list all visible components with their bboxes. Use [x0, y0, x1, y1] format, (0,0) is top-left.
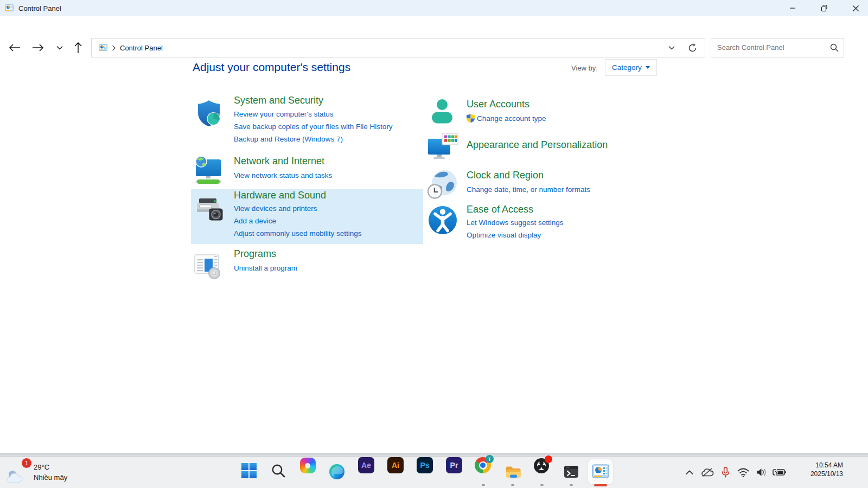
- address-bar[interactable]: Control Panel: [91, 38, 705, 57]
- tray-overflow-button[interactable]: [682, 461, 697, 483]
- battery-button[interactable]: [771, 461, 787, 483]
- after-effects-button[interactable]: Ae: [352, 457, 381, 488]
- premiere-button[interactable]: Pr: [439, 457, 469, 488]
- clock-region-icon[interactable]: [427, 169, 458, 200]
- ease-of-access-icon[interactable]: [427, 205, 458, 235]
- file-explorer-icon: [504, 463, 521, 480]
- running-indicator: [570, 484, 573, 486]
- change-account-type-row[interactable]: Change account type: [467, 114, 546, 123]
- link-change-date-time-formats[interactable]: Change date, time, or number formats: [467, 185, 590, 194]
- breadcrumb-control-panel[interactable]: Control Panel: [120, 44, 163, 52]
- volume-button[interactable]: [754, 461, 769, 483]
- refresh-button[interactable]: [683, 38, 701, 57]
- cloud-icon: [7, 468, 27, 483]
- terminal-icon: [563, 463, 580, 480]
- after-effects-icon: Ae: [358, 457, 374, 473]
- recent-pages-button[interactable]: [52, 40, 67, 55]
- notification-badge: 1: [22, 458, 31, 468]
- view-by-value: Category: [612, 63, 642, 72]
- active-app-indicator: [594, 484, 607, 486]
- maximize-restore-button[interactable]: [812, 0, 837, 16]
- appearance-icon[interactable]: [427, 133, 458, 164]
- forward-arrow-icon: [32, 44, 44, 52]
- chrome-button[interactable]: T: [469, 457, 498, 488]
- illustrator-icon: Ai: [387, 457, 404, 473]
- weather-temperature: 29°C: [34, 462, 67, 472]
- control-panel-taskbar-button[interactable]: [586, 457, 615, 488]
- edge-button[interactable]: [322, 457, 352, 488]
- minimize-button[interactable]: [780, 0, 805, 16]
- search-input[interactable]: [717, 38, 826, 56]
- printer-camera-icon[interactable]: [195, 196, 224, 223]
- search-box[interactable]: [711, 38, 844, 57]
- security-shield-icon[interactable]: [194, 99, 224, 128]
- back-button[interactable]: [7, 40, 22, 55]
- forward-button[interactable]: [30, 40, 46, 55]
- start-button[interactable]: [234, 457, 264, 488]
- obs-button[interactable]: [527, 457, 557, 488]
- link-mobility-settings[interactable]: Adjust commonly used mobility settings: [234, 229, 362, 237]
- link-backup-restore[interactable]: Backup and Restore (Windows 7): [234, 135, 343, 143]
- link-add-a-device[interactable]: Add a device: [234, 217, 276, 225]
- weather-widget[interactable]: 1 29°C Nhiều mây: [7, 458, 67, 487]
- link-uninstall-program[interactable]: Uninstall a program: [234, 264, 297, 272]
- link-file-history[interactable]: Save backup copies of your files with Fi…: [234, 123, 393, 131]
- network-icon[interactable]: [194, 156, 224, 185]
- user-accounts-icon[interactable]: [427, 98, 457, 127]
- windows-start-icon: [241, 463, 257, 478]
- link-clock-and-region[interactable]: Clock and Region: [467, 170, 544, 181]
- breadcrumb-chevron-icon: [112, 45, 116, 51]
- up-button[interactable]: [71, 40, 86, 55]
- chevron-down-icon: [668, 46, 675, 50]
- minimize-icon: [789, 5, 796, 11]
- link-ease-of-access[interactable]: Ease of Access: [467, 204, 533, 215]
- link-user-accounts[interactable]: User Accounts: [467, 99, 529, 110]
- premiere-icon: Pr: [446, 457, 462, 473]
- clock-date-widget[interactable]: 10:54 AM 2025/10/13: [810, 461, 843, 478]
- link-review-computer-status[interactable]: Review your computer's status: [234, 110, 333, 118]
- illustrator-button[interactable]: Ai: [381, 457, 410, 488]
- restore-icon: [820, 4, 828, 12]
- control-panel-window: Control Panel: [0, 0, 868, 453]
- link-programs[interactable]: Programs: [234, 248, 276, 260]
- chevron-up-icon: [686, 470, 693, 475]
- photoshop-button[interactable]: Ps: [410, 457, 439, 488]
- copilot-button[interactable]: [293, 457, 322, 488]
- search-icon: [271, 463, 286, 478]
- microphone-in-use-button[interactable]: [718, 461, 733, 483]
- link-view-network-status[interactable]: View network status and tasks: [234, 171, 332, 179]
- programs-icon[interactable]: [193, 251, 222, 280]
- view-by-dropdown[interactable]: Category: [605, 59, 657, 76]
- tray-date: 2025/10/13: [810, 470, 843, 478]
- link-optimize-visual-display[interactable]: Optimize visual display: [467, 231, 541, 239]
- page-title: Adjust your computer's settings: [193, 61, 350, 74]
- link-network-and-internet[interactable]: Network and Internet: [234, 156, 324, 167]
- wifi-icon: [737, 468, 749, 477]
- caret-down-icon: [646, 66, 650, 69]
- window-title: Control Panel: [18, 4, 61, 12]
- weather-condition: Nhiều mây: [34, 472, 67, 483]
- link-windows-suggest-settings[interactable]: Let Windows suggest settings: [467, 219, 564, 227]
- onedrive-status-button[interactable]: [700, 461, 715, 483]
- link-change-account-type[interactable]: Change account type: [477, 114, 546, 123]
- system-tray: [682, 457, 787, 488]
- link-view-devices-printers[interactable]: View devices and printers: [234, 204, 317, 213]
- wifi-button[interactable]: [736, 461, 751, 483]
- cloud-slash-icon: [701, 467, 714, 477]
- terminal-button[interactable]: [557, 457, 586, 488]
- address-dropdown-button[interactable]: [662, 38, 681, 57]
- search-icon[interactable]: [830, 43, 839, 52]
- link-system-and-security[interactable]: System and Security: [234, 95, 323, 106]
- link-hardware-and-sound[interactable]: Hardware and Sound: [234, 190, 326, 201]
- titlebar[interactable]: Control Panel: [0, 0, 868, 16]
- close-button[interactable]: [843, 0, 868, 16]
- running-indicator: [540, 484, 544, 486]
- navigation-toolbar: Control Panel: [0, 16, 868, 46]
- edge-icon: [328, 463, 346, 480]
- file-explorer-button[interactable]: [498, 457, 527, 488]
- search-button[interactable]: [264, 457, 293, 488]
- link-appearance-personalization[interactable]: Appearance and Personalization: [467, 139, 608, 151]
- tray-time: 10:54 AM: [810, 461, 843, 470]
- uac-shield-icon: [467, 114, 475, 123]
- taskbar-apps: Ae Ai Ps Pr T: [234, 457, 615, 488]
